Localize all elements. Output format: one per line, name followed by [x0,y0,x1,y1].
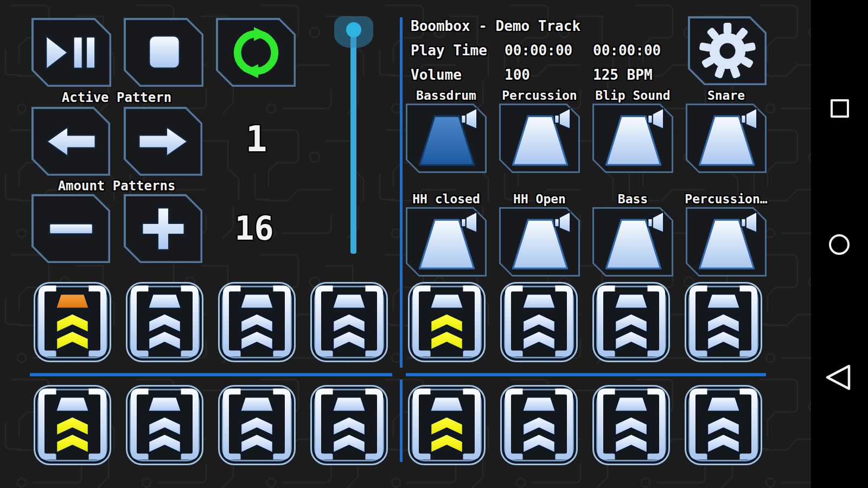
sample-pad-icon [595,209,671,274]
sample-pad-icon [408,209,484,274]
volume-value: 100 [505,67,530,83]
play-time-label: Play Time [411,42,487,59]
step-button-11[interactable] [218,385,296,465]
pad-button-2[interactable] [499,104,580,173]
pad-label: Percussion [493,88,586,102]
playhead-bar [430,397,464,412]
step-button-1[interactable] [34,282,111,362]
loop-button[interactable] [216,18,296,87]
speaker-icon [554,211,570,232]
pad-button-5[interactable] [406,207,487,277]
step-button-6[interactable] [500,282,578,362]
pattern-increase-button[interactable] [124,194,202,263]
step-icon [313,387,385,461]
step-button-3[interactable] [218,282,296,362]
minus-icon [45,208,97,249]
pad-label: Bass [586,192,680,206]
volume-slider-track[interactable] [350,26,356,254]
sample-pad-icon [688,106,764,171]
step-icon [411,284,483,358]
chevrons [56,416,89,453]
step-button-8[interactable] [685,282,762,362]
playhead-bar [333,397,366,412]
sample-pad-icon [408,106,484,171]
step-button-9[interactable] [34,385,111,465]
pad-button-8[interactable] [686,207,767,277]
step-icon [687,284,760,358]
chevrons [707,416,740,453]
pads-grid: Bassdrum Percussion [406,88,767,262]
chevrons [431,416,463,453]
step-button-5[interactable] [408,282,486,362]
step-icon [36,284,108,358]
amount-patterns-label: Amount Patterns [33,178,201,194]
playhead-bar [148,294,182,309]
volume-label: Volume [411,67,462,83]
pattern-prev-button[interactable] [31,107,110,176]
pad-button-6[interactable] [499,207,580,277]
plus-icon [138,205,188,253]
chevrons [431,313,463,350]
chevrons [615,416,648,453]
step-icon [129,387,201,461]
step-button-2[interactable] [126,282,203,362]
step-button-14[interactable] [500,385,578,465]
chevrons [241,313,273,350]
chevrons [241,416,273,453]
chevrons [149,416,181,453]
step-icon [36,387,108,461]
step-button-12[interactable] [310,385,388,465]
step-button-13[interactable] [408,385,486,465]
pattern-next-button[interactable] [124,107,202,176]
playhead-bar [522,397,556,412]
chevrons [333,313,366,350]
step-icon [221,284,293,358]
pad-button-3[interactable] [592,104,673,173]
play-pause-button[interactable] [31,18,111,87]
recents-square-icon[interactable] [831,99,849,118]
pattern-decrease-button[interactable] [31,194,110,263]
step-icon [595,284,667,358]
step-icon [687,387,760,461]
pad-label: Percussion… [679,192,773,206]
sample-pad-icon [501,106,578,171]
pad-cell: Bass [592,192,673,279]
back-triangle-icon[interactable] [825,364,851,391]
play-pause-icon [43,33,100,72]
arrow-right-icon [137,123,190,160]
sample-pad-icon [595,106,671,171]
active-pattern-label: Active Pattern [33,90,201,105]
speaker-icon [648,211,663,232]
volume-slider-thumb[interactable] [346,22,361,37]
speaker-icon [648,108,663,129]
pad-button-1[interactable] [406,104,487,173]
chevrons [333,416,366,453]
step-button-16[interactable] [685,385,762,465]
home-circle-icon[interactable] [829,234,850,255]
settings-button[interactable] [688,16,767,85]
step-button-10[interactable] [126,385,203,465]
stop-icon [138,31,190,74]
step-button-15[interactable] [592,385,670,465]
speaker-icon [741,108,757,129]
pad-label: HH Open [493,192,586,206]
track-title: Boombox - Demo Track [411,18,580,34]
pad-cell: HH Open [499,192,580,279]
pad-cell: Percussion [499,88,580,175]
horizontal-divider [406,373,766,376]
active-pattern-value: 1 [217,120,296,158]
chevrons [149,313,181,350]
playhead-bar [56,294,90,309]
loop-icon [228,26,284,79]
step-button-4[interactable] [310,282,388,362]
play-time-total: 00:00:00 [593,42,661,59]
sample-pad-icon [501,209,578,274]
playhead-bar [333,294,366,309]
pad-label: Blip Sound [586,88,680,102]
step-icon [129,284,201,358]
stop-button[interactable] [124,18,203,87]
step-button-7[interactable] [592,282,670,362]
pad-button-4[interactable] [686,104,767,173]
pad-button-7[interactable] [592,207,673,277]
vertical-divider [400,380,403,462]
